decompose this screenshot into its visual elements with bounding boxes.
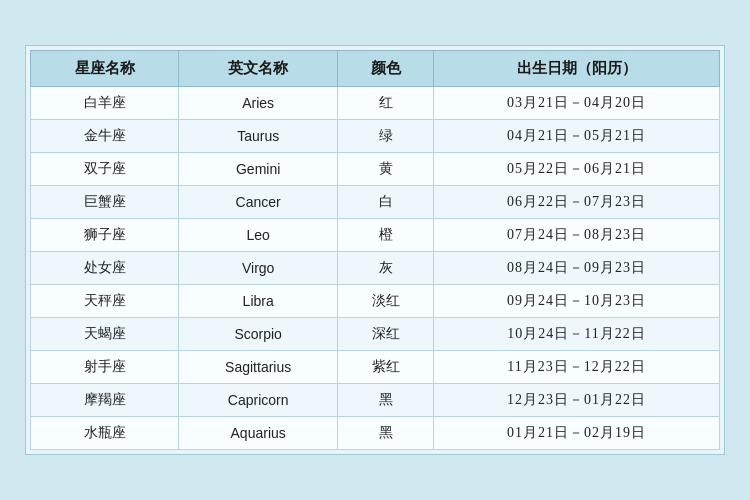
cell-color: 白 [338,186,434,219]
table-row: 水瓶座Aquarius黑01月21日－02月19日 [31,417,720,450]
cell-color: 淡红 [338,285,434,318]
cell-english-name: Libra [179,285,338,318]
cell-color: 绿 [338,120,434,153]
cell-dates: 09月24日－10月23日 [434,285,720,318]
cell-english-name: Scorpio [179,318,338,351]
table-row: 天蝎座Scorpio深红10月24日－11月22日 [31,318,720,351]
cell-color: 深红 [338,318,434,351]
cell-english-name: Capricorn [179,384,338,417]
cell-english-name: Virgo [179,252,338,285]
cell-dates: 03月21日－04月20日 [434,87,720,120]
table-row: 处女座Virgo灰08月24日－09月23日 [31,252,720,285]
table-row: 巨蟹座Cancer白06月22日－07月23日 [31,186,720,219]
cell-color: 黑 [338,384,434,417]
header-dates: 出生日期（阳历） [434,51,720,87]
cell-chinese-name: 天蝎座 [31,318,179,351]
table-row: 白羊座Aries红03月21日－04月20日 [31,87,720,120]
cell-color: 橙 [338,219,434,252]
cell-color: 黑 [338,417,434,450]
table-row: 金牛座Taurus绿04月21日－05月21日 [31,120,720,153]
zodiac-table-container: 星座名称 英文名称 颜色 出生日期（阳历） 白羊座Aries红03月21日－04… [25,45,725,455]
cell-chinese-name: 金牛座 [31,120,179,153]
cell-color: 灰 [338,252,434,285]
cell-chinese-name: 水瓶座 [31,417,179,450]
header-chinese-name: 星座名称 [31,51,179,87]
cell-english-name: Taurus [179,120,338,153]
cell-chinese-name: 白羊座 [31,87,179,120]
zodiac-table: 星座名称 英文名称 颜色 出生日期（阳历） 白羊座Aries红03月21日－04… [30,50,720,450]
cell-chinese-name: 射手座 [31,351,179,384]
cell-color: 黄 [338,153,434,186]
cell-dates: 07月24日－08月23日 [434,219,720,252]
table-row: 射手座Sagittarius紫红11月23日－12月22日 [31,351,720,384]
cell-dates: 06月22日－07月23日 [434,186,720,219]
table-row: 天秤座Libra淡红09月24日－10月23日 [31,285,720,318]
cell-dates: 10月24日－11月22日 [434,318,720,351]
table-body: 白羊座Aries红03月21日－04月20日金牛座Taurus绿04月21日－0… [31,87,720,450]
cell-english-name: Aries [179,87,338,120]
cell-english-name: Aquarius [179,417,338,450]
table-row: 双子座Gemini黄05月22日－06月21日 [31,153,720,186]
table-row: 狮子座Leo橙07月24日－08月23日 [31,219,720,252]
cell-chinese-name: 摩羯座 [31,384,179,417]
cell-dates: 05月22日－06月21日 [434,153,720,186]
cell-english-name: Sagittarius [179,351,338,384]
cell-chinese-name: 双子座 [31,153,179,186]
table-header-row: 星座名称 英文名称 颜色 出生日期（阳历） [31,51,720,87]
cell-chinese-name: 巨蟹座 [31,186,179,219]
cell-dates: 08月24日－09月23日 [434,252,720,285]
table-row: 摩羯座Capricorn黑12月23日－01月22日 [31,384,720,417]
cell-english-name: Cancer [179,186,338,219]
header-english-name: 英文名称 [179,51,338,87]
cell-dates: 11月23日－12月22日 [434,351,720,384]
cell-color: 红 [338,87,434,120]
cell-dates: 04月21日－05月21日 [434,120,720,153]
cell-chinese-name: 天秤座 [31,285,179,318]
cell-dates: 01月21日－02月19日 [434,417,720,450]
cell-english-name: Gemini [179,153,338,186]
cell-english-name: Leo [179,219,338,252]
cell-color: 紫红 [338,351,434,384]
header-color: 颜色 [338,51,434,87]
cell-chinese-name: 处女座 [31,252,179,285]
cell-chinese-name: 狮子座 [31,219,179,252]
cell-dates: 12月23日－01月22日 [434,384,720,417]
